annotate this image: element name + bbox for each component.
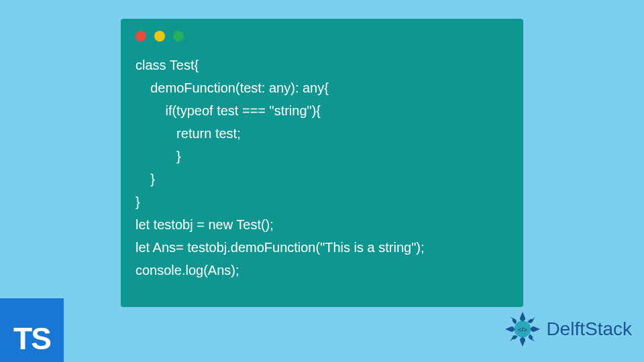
code-line: } [136,172,155,186]
svg-text:</>: </> [518,326,528,333]
code-line: class Test{ [136,58,199,72]
mandala-icon: </> [502,308,543,350]
typescript-badge: TS [0,298,64,362]
delftstack-logo: </> DelftStack [502,308,632,350]
code-line: } [136,149,181,164]
code-line: console.log(Ans); [136,263,239,278]
window-controls [136,31,508,42]
code-line: return test; [136,126,241,141]
code-window: class Test{ demoFunction(test: any): any… [121,19,523,307]
close-dot-icon [136,31,146,42]
maximize-dot-icon [173,31,184,42]
code-line: let Ans= testobj.demoFunction("This is a… [136,240,425,255]
minimize-dot-icon [154,31,165,42]
delftstack-text: DelftStack [546,318,632,340]
code-line: } [136,194,140,209]
code-line: let testobj = new Test(); [136,217,274,232]
code-line: if(typeof test === "string"){ [136,103,321,118]
code-block: class Test{ demoFunction(test: any): any… [136,54,508,282]
code-line: demoFunction(test: any): any{ [136,80,329,95]
typescript-badge-text: TS [13,320,50,357]
